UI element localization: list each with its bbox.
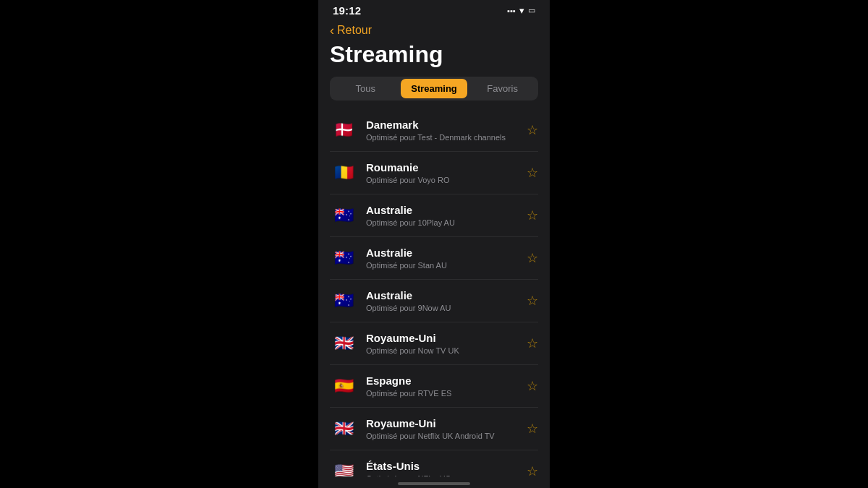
item-name: Australie — [366, 289, 518, 302]
item-info: RoumanieOptimisé pour Voyo RO — [366, 161, 518, 184]
item-subtitle: Optimisé pour RTVE ES — [366, 389, 518, 398]
item-info: Royaume-UniOptimisé pour Now TV UK — [366, 332, 518, 355]
favorite-star-icon[interactable]: ☆ — [527, 122, 538, 138]
item-subtitle: Optimisé pour Netflix UK Android TV — [366, 432, 518, 440]
item-subtitle: Optimisé pour Stan AU — [366, 261, 518, 270]
item-info: Royaume-UniOptimisé pour Netflix UK Andr… — [366, 417, 518, 440]
item-name: Roumanie — [366, 161, 518, 174]
flag-icon: 🇪🇸 — [330, 372, 357, 400]
tab-streaming[interactable]: Streaming — [401, 79, 468, 98]
status-bar: 19:12 ▪▪▪ ▾ ▭ — [318, 0, 550, 20]
item-name: Danemark — [366, 119, 518, 132]
item-info: EspagneOptimisé pour RTVE ES — [366, 374, 518, 398]
flag-icon: 🇦🇺 — [330, 244, 357, 272]
item-info: États-UnisOptimisé pour NFL+ US — [366, 460, 518, 476]
list-item: 🇩🇰DanemarkOptimisé pour Test - Denmark c… — [330, 109, 538, 152]
item-info: AustralieOptimisé pour 9Now AU — [366, 289, 518, 312]
back-chevron-icon: ‹ — [330, 24, 334, 37]
list-item: 🇦🇺AustralieOptimisé pour 10Play AU☆ — [330, 194, 538, 237]
list-item: 🇦🇺AustralieOptimisé pour 9Now AU☆ — [330, 280, 538, 322]
favorite-star-icon[interactable]: ☆ — [527, 421, 538, 437]
tab-bar: Tous Streaming Favoris — [330, 77, 538, 100]
home-indicator — [318, 476, 550, 488]
page-title: Streaming — [318, 38, 550, 77]
favorite-star-icon[interactable]: ☆ — [527, 207, 538, 223]
favorite-star-icon[interactable]: ☆ — [527, 463, 538, 476]
item-subtitle: Optimisé pour Now TV UK — [366, 346, 518, 355]
item-name: Australie — [366, 247, 518, 260]
wifi-icon: ▾ — [519, 5, 524, 16]
status-time: 19:12 — [333, 4, 361, 17]
list-item: 🇬🇧Royaume-UniOptimisé pour Now TV UK☆ — [330, 322, 538, 365]
favorite-star-icon[interactable]: ☆ — [527, 378, 538, 394]
item-info: AustralieOptimisé pour 10Play AU — [366, 204, 518, 227]
flag-icon: 🇩🇰 — [330, 116, 357, 144]
item-name: États-Unis — [366, 460, 518, 473]
back-label: Retour — [337, 24, 372, 37]
list-item: 🇷🇴RoumanieOptimisé pour Voyo RO☆ — [330, 152, 538, 194]
flag-icon: 🇬🇧 — [330, 415, 357, 442]
item-info: DanemarkOptimisé pour Test - Denmark cha… — [366, 119, 518, 142]
flag-icon: 🇦🇺 — [330, 287, 357, 314]
favorite-star-icon[interactable]: ☆ — [527, 250, 538, 266]
battery-icon: ▭ — [528, 6, 535, 15]
signal-icon: ▪▪▪ — [507, 7, 516, 15]
home-bar — [398, 482, 470, 485]
list-item: 🇦🇺AustralieOptimisé pour Stan AU☆ — [330, 237, 538, 280]
item-name: Australie — [366, 204, 518, 217]
tab-favoris[interactable]: Favoris — [469, 79, 536, 98]
item-name: Royaume-Uni — [366, 332, 518, 345]
list-item: 🇬🇧Royaume-UniOptimisé pour Netflix UK An… — [330, 408, 538, 450]
list-container: 🇩🇰DanemarkOptimisé pour Test - Denmark c… — [318, 109, 550, 476]
item-name: Royaume-Uni — [366, 417, 518, 430]
item-subtitle: Optimisé pour 10Play AU — [366, 218, 518, 227]
item-subtitle: Optimisé pour Test - Denmark channels — [366, 133, 518, 142]
flag-icon: 🇺🇸 — [330, 458, 357, 476]
favorite-star-icon[interactable]: ☆ — [527, 293, 538, 309]
list-item: 🇺🇸États-UnisOptimisé pour NFL+ US☆ — [330, 450, 538, 476]
status-icons: ▪▪▪ ▾ ▭ — [507, 5, 535, 16]
item-subtitle: Optimisé pour Voyo RO — [366, 176, 518, 184]
list-item: 🇪🇸EspagneOptimisé pour RTVE ES☆ — [330, 365, 538, 408]
item-info: AustralieOptimisé pour Stan AU — [366, 247, 518, 270]
item-subtitle: Optimisé pour 9Now AU — [366, 304, 518, 312]
favorite-star-icon[interactable]: ☆ — [527, 165, 538, 181]
back-nav[interactable]: ‹ Retour — [318, 20, 550, 38]
phone-frame: 19:12 ▪▪▪ ▾ ▭ ‹ Retour Streaming Tous St… — [318, 0, 550, 488]
flag-icon: 🇦🇺 — [330, 202, 357, 229]
flag-icon: 🇬🇧 — [330, 330, 357, 357]
flag-icon: 🇷🇴 — [330, 159, 357, 187]
item-name: Espagne — [366, 374, 518, 388]
tab-tous[interactable]: Tous — [332, 79, 399, 98]
favorite-star-icon[interactable]: ☆ — [527, 335, 538, 351]
